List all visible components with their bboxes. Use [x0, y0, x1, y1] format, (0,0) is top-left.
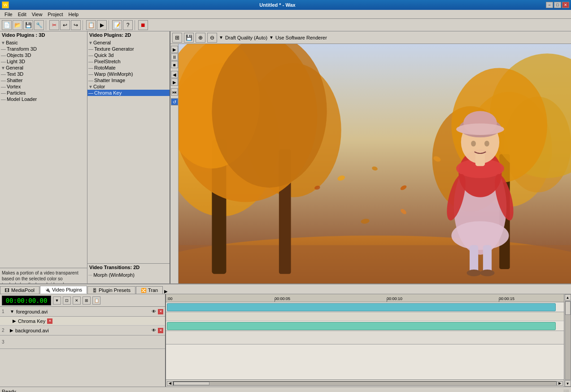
tree-2d-chromakey[interactable]: — Chroma Key	[87, 90, 170, 96]
track-1-eye[interactable]: 👁	[152, 309, 156, 314]
svg-point-39	[480, 270, 494, 276]
h-scrollbar[interactable]: ◀ ▶	[166, 379, 564, 387]
tab-presets[interactable]: 🎛 Plugin Presets	[87, 286, 135, 294]
add-button[interactable]: 📋	[86, 20, 96, 30]
tree-2d-warp[interactable]: — Warp (WinMorph)	[87, 71, 170, 77]
menu-edit[interactable]: Edit	[15, 11, 29, 18]
stop-button[interactable]: ■	[171, 61, 178, 68]
new-button[interactable]: 📄	[2, 20, 12, 30]
svg-point-31	[456, 123, 504, 135]
redo-button[interactable]: ↪	[71, 20, 81, 30]
tc-btn3[interactable]: ⊞	[83, 296, 91, 305]
toolbar: 📄 📂 💾 🔧 ✂ ↩ ↪ 📋 ▶ 📝 ? ⏹	[0, 19, 571, 31]
track-1-close[interactable]: ✕	[158, 309, 163, 314]
svg-point-33	[484, 141, 489, 147]
tree-item-vortex[interactable]: — Vortex	[0, 83, 87, 90]
menubar: File Edit View Project Help	[0, 10, 571, 19]
first-frame-button[interactable]: ⏮	[171, 88, 178, 96]
tl-clip-background[interactable]	[167, 322, 556, 330]
track-1-expand[interactable]: ▼	[10, 309, 14, 314]
info-panel: Makes a portion of a video transparent b…	[0, 268, 87, 283]
scroll-left-button[interactable]: ◀	[167, 381, 173, 386]
preview-add-button[interactable]: ⊕	[196, 33, 205, 43]
play-button[interactable]: ▶	[171, 46, 178, 53]
timeline-area: 🎞 MediaPool 🔌 Video Plugins 🎛 Plugin Pre…	[0, 283, 571, 387]
menu-project[interactable]: Project	[45, 11, 65, 18]
tc-btn1[interactable]: ⊡	[63, 296, 71, 305]
menu-file[interactable]: File	[2, 11, 15, 18]
effect-expand[interactable]: ▶	[13, 318, 16, 323]
timecode-display[interactable]: 00:00:00.00	[2, 296, 51, 305]
tree-item-particles[interactable]: — Particles	[0, 90, 87, 96]
tree-2d-quick3d[interactable]: — Quick 3d	[87, 52, 170, 58]
toolbar-sep1	[46, 20, 48, 30]
plugins-3d-panel: Video Plugins : 3D ▼ Basic — Transform 3…	[0, 31, 87, 283]
cut-button[interactable]: ✂	[49, 20, 59, 30]
titlebar: W Untitled * - Wax − □ ✕	[0, 0, 571, 10]
tab-transitions[interactable]: 🔀 Tran	[136, 286, 163, 294]
stop-render-button[interactable]: ⏹	[138, 20, 148, 30]
quality-selector[interactable]: Draft Quality (Auto)	[225, 35, 267, 40]
tree-item-light3d[interactable]: — Light 3D	[0, 58, 87, 65]
tree-2d-rotomate[interactable]: — RotoMate	[87, 65, 170, 71]
tree-2d-pixelstretch[interactable]: — PixelStretch	[87, 58, 170, 65]
help-button[interactable]: ?	[123, 20, 133, 30]
tab-videoplugins[interactable]: 🔌 Video Plugins	[40, 286, 87, 294]
tab-mediapool[interactable]: 🎞 MediaPool	[0, 286, 39, 294]
tree-2d-group-color[interactable]: ▼ Color	[87, 83, 170, 90]
prev-frame-button[interactable]: ◀	[171, 71, 178, 78]
preview-remove-button[interactable]: ⊖	[207, 33, 217, 43]
export-button[interactable]: ▶	[97, 20, 107, 30]
preview-save-button[interactable]: 💾	[184, 33, 194, 43]
properties-button[interactable]: 🔧	[34, 20, 44, 30]
save-button[interactable]: 💾	[23, 20, 33, 30]
plugins-2d-panel: Video Plugins: 2D ▼ General — Texture Ge…	[87, 31, 170, 283]
tc-btn4[interactable]: 📋	[92, 296, 100, 305]
statusbar: Ready ░░	[0, 387, 571, 392]
tree-2d-group-general[interactable]: ▼ General	[87, 39, 170, 46]
titlebar-title: Untitled * - Wax	[9, 2, 546, 8]
preview-toolbar: ⊞ 💾 ⊕ ⊖ ▼ Draft Quality (Auto) ▼ Use Sof…	[170, 31, 571, 44]
plugins-3d-header: Video Plugins : 3D	[0, 31, 87, 39]
track-2-close[interactable]: ✕	[158, 328, 163, 333]
status-text: Ready	[2, 389, 16, 392]
pause-button[interactable]: ⏸	[171, 53, 178, 61]
tree-2d-shatterimage[interactable]: — Shatter Image	[87, 77, 170, 83]
next-frame-button[interactable]: ▶	[171, 78, 178, 86]
loop-button[interactable]: ↺	[171, 98, 178, 105]
tree-2d-texture[interactable]: — Texture Generator	[87, 46, 170, 52]
tl-clip-foreground[interactable]	[167, 303, 556, 311]
tree-morph[interactable]: ··· Morph (WinMorph)	[87, 272, 170, 278]
tc-btn2[interactable]: ✕	[73, 296, 81, 305]
open-button[interactable]: 📂	[13, 20, 22, 30]
tree-item-text3d[interactable]: — Text 3D	[0, 71, 87, 77]
app-icon: W	[2, 1, 9, 9]
tree-group-general-3d[interactable]: ▼ General	[0, 65, 87, 71]
tab-scroll-right[interactable]: ▶	[164, 289, 168, 294]
track-2-eye[interactable]: 👁	[152, 328, 156, 333]
tree-group-basic[interactable]: ▼ Basic	[0, 39, 87, 46]
track-1-header: 1 ▼ foreground.avi 👁 ✕	[0, 307, 165, 317]
tree-item-objects3d[interactable]: — Objects 3D	[0, 52, 87, 58]
preview-expand-button[interactable]: ⊞	[172, 33, 182, 43]
tab-bar: 🎞 MediaPool 🔌 Video Plugins 🎛 Plugin Pre…	[0, 284, 571, 294]
menu-view[interactable]: View	[29, 11, 45, 18]
tree-item-modelloader[interactable]: — Model Loader	[0, 96, 87, 102]
preview-scene	[179, 44, 571, 283]
menu-help[interactable]: Help	[66, 11, 82, 18]
restore-button[interactable]: □	[554, 2, 561, 8]
tree-item-shatter[interactable]: — Shatter	[0, 77, 87, 83]
minimize-button[interactable]: −	[546, 2, 553, 8]
script-button[interactable]: 📝	[112, 20, 122, 30]
track-2-expand[interactable]: ▶	[10, 328, 13, 333]
timeline-tracks	[166, 302, 564, 379]
undo-button[interactable]: ↩	[60, 20, 70, 30]
plugins-2d-tree: ▼ General — Texture Generator — Quick 3d…	[87, 39, 170, 263]
scroll-track[interactable]	[173, 381, 557, 386]
scroll-right-button[interactable]: ▶	[557, 381, 563, 386]
timeline-content: 00:00:00.00 ▼ ⊡ ✕ ⊞ 📋 1 ▼ foreground.avi…	[0, 294, 571, 387]
effect-close[interactable]: ✕	[47, 318, 52, 324]
scroll-thumb[interactable]	[174, 382, 209, 385]
tree-item-transform3d[interactable]: — Transform 3D	[0, 46, 87, 52]
tc-dropdown-button[interactable]: ▼	[53, 296, 61, 305]
